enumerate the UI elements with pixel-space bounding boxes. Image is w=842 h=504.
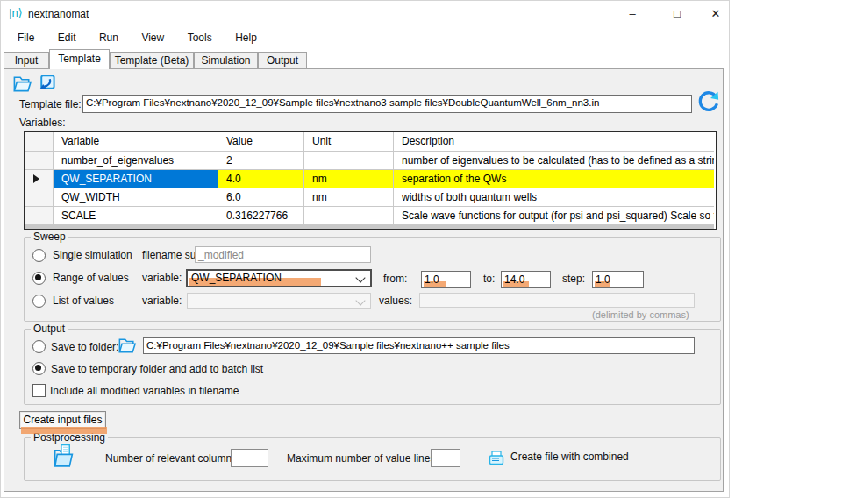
cell-description[interactable]: number of eigenvalues to be calculated (… (394, 152, 714, 170)
save-to-folder-radio[interactable] (32, 340, 46, 353)
relevant-column-input[interactable] (231, 449, 268, 467)
values-hint: (delimited by commas) (592, 309, 689, 320)
postprocessing-group: Postprocessing Number of relevant column… (24, 437, 721, 481)
browse-folder-button[interactable] (118, 337, 137, 354)
row-selector-cell[interactable] (25, 170, 54, 188)
list-variable-dropdown-disabled (187, 293, 371, 309)
menu-item-edit[interactable]: Edit (48, 29, 86, 46)
cell-variable[interactable]: number_of_eigenvalues (54, 152, 218, 170)
menu-bar: File Edit Run View Tools Help (8, 29, 267, 47)
create-input-files-button[interactable]: Create input files (19, 411, 106, 429)
menu-item-run[interactable]: Run (89, 29, 128, 46)
row-selector-cell[interactable] (25, 152, 54, 170)
tab-output[interactable]: Output (258, 52, 307, 69)
cell-description[interactable]: separation of the QWs (394, 170, 714, 188)
from-input[interactable]: 1.0 (421, 271, 471, 288)
cell-unit[interactable] (304, 207, 394, 225)
max-value-lines-label: Maximum number of value lines: (287, 452, 439, 465)
cell-value[interactable]: 6.0 (218, 188, 304, 207)
menu-item-file[interactable]: File (8, 29, 44, 46)
row-selector-cell[interactable] (25, 188, 54, 207)
include-variables-checkbox[interactable] (32, 384, 46, 397)
column-header-variable[interactable]: Variable (54, 132, 218, 152)
create-combined-file-button[interactable] (488, 450, 505, 467)
menu-item-tools[interactable]: Tools (178, 29, 222, 46)
save-folder-path-input[interactable]: C:¥Program Files¥nextnano¥2020_12_09¥Sam… (143, 337, 695, 354)
combined-file-icon (488, 450, 505, 467)
load-template-button[interactable] (36, 74, 56, 93)
sweep-group: Sweep Single simulation filename suffix:… (24, 237, 721, 322)
to-label: to: (483, 273, 495, 285)
create-combined-file-label[interactable]: Create file with combined (510, 451, 629, 463)
list-of-values-label[interactable]: List of values (53, 295, 114, 307)
menu-item-view[interactable]: View (132, 29, 174, 46)
from-value: 1.0 (425, 273, 439, 286)
table-row[interactable]: QW_WIDTH 6.0 nm widths of both quantum w… (25, 188, 714, 207)
to-input[interactable]: 14.0 (501, 271, 551, 288)
table-row[interactable]: number_of_eigenvalues 2 number of eigenv… (25, 152, 714, 170)
column-header-unit[interactable]: Unit (304, 132, 394, 152)
minimize-button[interactable]: – (618, 1, 646, 27)
app-window: |n⟩ nextnanomat – □ ✕ File Edit Run View… (0, 0, 730, 498)
step-input[interactable]: 1.0 (592, 271, 644, 288)
app-logo-icon: |n⟩ (9, 6, 23, 19)
step-value: 1.0 (596, 273, 610, 286)
cell-unit[interactable]: nm (304, 170, 394, 188)
sweep-group-label: Sweep (31, 231, 68, 243)
cell-variable[interactable]: QW_SEPARATION (54, 170, 218, 188)
refresh-icon (696, 90, 719, 113)
single-simulation-radio[interactable] (32, 249, 46, 262)
refresh-button[interactable] (696, 90, 719, 113)
open-template-button[interactable] (12, 74, 32, 93)
to-value: 14.0 (504, 273, 524, 286)
import-file-icon (36, 74, 56, 93)
filename-suffix-input[interactable]: _modified (195, 246, 371, 263)
template-file-label: Template file: (19, 98, 82, 110)
title-bar: |n⟩ nextnanomat – □ ✕ (1, 1, 729, 27)
cell-value[interactable]: 2 (218, 152, 304, 170)
table-row-selected[interactable]: QW_SEPARATION 4.0 nm separation of the Q… (25, 170, 714, 188)
postprocessing-folder-button[interactable] (53, 444, 75, 468)
maximize-button[interactable]: □ (663, 1, 691, 27)
cell-value[interactable]: 4.0 (218, 170, 304, 188)
values-input-disabled (419, 293, 695, 308)
max-value-lines-input[interactable] (431, 449, 460, 467)
range-variable-label: variable: (142, 272, 182, 284)
column-header-value[interactable]: Value (218, 132, 304, 152)
column-header-description[interactable]: Description (394, 132, 714, 152)
save-to-folder-label[interactable]: Save to folder: (51, 341, 118, 353)
row-selector-cell[interactable] (25, 207, 54, 225)
list-of-values-radio[interactable] (32, 295, 46, 308)
open-folder-icon (118, 337, 137, 354)
table-row[interactable]: SCALE 0.316227766 Scale wave functions f… (25, 207, 714, 225)
include-variables-label[interactable]: Include all modified variables in filena… (50, 385, 239, 397)
current-row-arrow-icon (33, 174, 39, 183)
cell-variable[interactable]: SCALE (54, 207, 218, 225)
cell-variable[interactable]: QW_WIDTH (54, 188, 218, 207)
cell-value[interactable]: 0.316227766 (218, 207, 304, 225)
tab-template-beta[interactable]: Template (Beta) (110, 52, 194, 69)
menu-item-help[interactable]: Help (225, 29, 267, 46)
template-file-input[interactable]: C:¥Program Files¥nextnano¥2020_12_09¥Sam… (82, 95, 692, 113)
range-of-values-radio[interactable] (32, 272, 46, 285)
output-group-label: Output (31, 323, 68, 335)
single-simulation-label[interactable]: Single simulation (53, 249, 132, 261)
cell-description[interactable]: Scale wave functions for output (for psi… (394, 207, 714, 225)
tab-input[interactable]: Input (4, 52, 49, 69)
range-of-values-label[interactable]: Range of values (53, 272, 129, 284)
chevron-down-icon (355, 273, 365, 282)
cell-unit[interactable] (304, 152, 394, 170)
step-label: step: (562, 273, 585, 285)
cell-description[interactable]: widths of both quantum wells (394, 188, 714, 207)
tab-simulation[interactable]: Simulation (194, 52, 258, 69)
range-variable-dropdown[interactable]: QW_SEPARATION (186, 269, 372, 287)
save-temp-folder-label[interactable]: Save to temporary folder and add to batc… (51, 363, 263, 375)
tab-template[interactable]: Template (49, 49, 110, 69)
close-button[interactable]: ✕ (702, 1, 730, 27)
cell-unit[interactable]: nm (304, 188, 394, 207)
template-tab-page: Template file: C:¥Program Files¥nextnano… (4, 68, 724, 492)
table-bottom-filler (25, 225, 714, 229)
output-group: Output Save to folder: C:¥Program Files¥… (24, 329, 721, 405)
orange-marker (21, 427, 107, 434)
save-temp-folder-radio[interactable] (32, 362, 46, 375)
